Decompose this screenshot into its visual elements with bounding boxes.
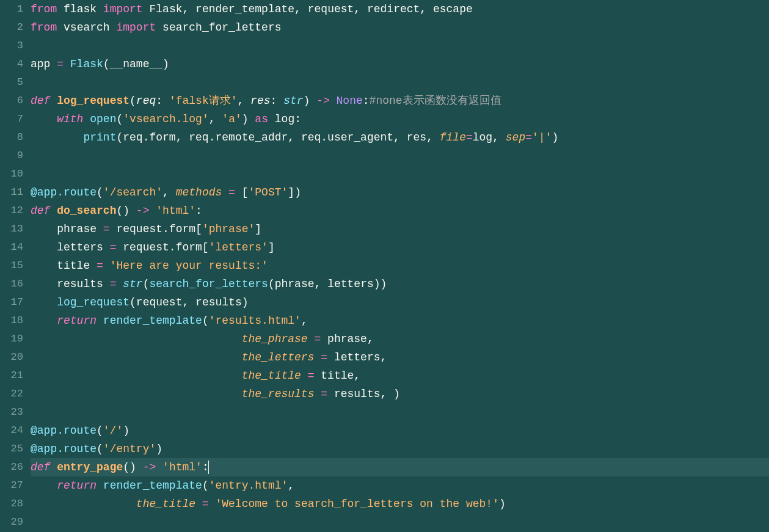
function-call: log_request <box>57 296 129 308</box>
import-name: search_for_letters <box>162 21 281 34</box>
code-line[interactable]: the_phrase = phrase, <box>31 330 769 348</box>
line-number: 22 <box>5 385 23 403</box>
decorator: @app.route <box>31 186 97 199</box>
code-line[interactable] <box>31 165 769 183</box>
code-line[interactable]: the_letters = letters, <box>31 348 769 366</box>
dict-key: 'letters' <box>209 241 268 253</box>
builtin-print: print <box>83 131 116 144</box>
none-type: None <box>337 95 363 107</box>
code-line[interactable]: log_request(request, results) <box>31 293 769 312</box>
operator-assign: = <box>50 58 70 70</box>
line-number: 29 <box>5 513 23 531</box>
code-line[interactable]: the_title = 'Welcome to search_for_lette… <box>31 495 769 513</box>
keyword-from: from <box>31 3 57 15</box>
variable: phrase <box>57 223 97 235</box>
code-line[interactable] <box>31 147 769 165</box>
module-name <box>57 3 64 15</box>
variable: log <box>275 113 294 125</box>
line-number: 9 <box>5 147 23 165</box>
code-line[interactable]: print(req.form, req.remote_addr, req.use… <box>31 128 769 147</box>
variable: results <box>57 278 103 290</box>
keyword-from: from <box>31 21 57 34</box>
type-annotation: str <box>283 95 303 107</box>
comment: #none表示函数没有返回值 <box>370 95 501 107</box>
string-literal: 'Welcome to search_for_letters on the we… <box>215 498 498 510</box>
code-line[interactable]: the_results = results, ) <box>31 385 769 403</box>
type-annotation: 'falsk请求' <box>169 95 238 107</box>
code-line[interactable] <box>31 403 769 421</box>
line-number: 27 <box>5 476 23 495</box>
kwarg-value: title <box>321 370 354 382</box>
line-number: 26 <box>5 458 23 476</box>
line-number: 11 <box>5 183 23 202</box>
keyword-def: def <box>31 95 50 107</box>
line-number: 28 <box>5 495 23 513</box>
code-line[interactable]: phrase = request.form['phrase'] <box>31 220 769 238</box>
kwarg-name: the_letters <box>242 351 315 363</box>
function-name: log_request <box>57 95 129 107</box>
function-name: do_search <box>57 205 116 217</box>
variable: letters <box>57 241 103 253</box>
line-number: 10 <box>5 165 23 183</box>
code-line[interactable]: return render_template('results.html', <box>31 312 769 330</box>
code-line[interactable]: title = 'Here are your results:' <box>31 257 769 275</box>
code-line[interactable]: letters = request.form['letters'] <box>31 238 769 257</box>
code-line[interactable]: with open('vsearch.log', 'a') as log: <box>31 110 769 128</box>
string-literal: '|' <box>532 131 552 144</box>
decorator: @app.route <box>31 443 97 455</box>
code-line[interactable]: return render_template('entry.html', <box>31 476 769 495</box>
keyword-return: return <box>57 479 97 492</box>
http-method: 'POST' <box>249 186 288 199</box>
dict-key: 'phrase' <box>202 223 255 235</box>
line-number: 5 <box>5 73 23 92</box>
dunder-name: __name__ <box>110 58 162 70</box>
kwarg-name: sep <box>506 131 525 144</box>
code-line[interactable] <box>31 73 769 92</box>
code-line[interactable]: app = Flask(__name__) <box>31 55 769 73</box>
arrow: -> <box>136 461 162 473</box>
expression: request.form[ <box>116 223 202 235</box>
kwarg-name: the_title <box>242 370 301 382</box>
code-line[interactable]: @app.route('/entry') <box>31 440 769 458</box>
code-line[interactable]: from vsearch import search_for_letters <box>31 18 769 37</box>
code-content[interactable]: from flask import Flask, render_template… <box>31 0 769 532</box>
line-number: 1 <box>5 0 23 18</box>
kwarg-value: log <box>473 131 492 144</box>
route-path: '/' <box>103 425 123 437</box>
function-name: entry_page <box>57 461 123 473</box>
code-line[interactable] <box>31 37 769 55</box>
keyword-with: with <box>57 113 83 125</box>
code-editor[interactable]: 1 2 3 4 5 6 7 8 9 10 11 12 13 14 15 16 1… <box>0 0 769 532</box>
template-name: 'results.html' <box>209 315 301 327</box>
line-number: 25 <box>5 440 23 458</box>
code-line[interactable]: @app.route('/') <box>31 421 769 440</box>
keyword-import: import <box>103 3 143 15</box>
text-cursor <box>208 461 209 474</box>
line-number: 7 <box>5 110 23 128</box>
code-line[interactable]: results = str(search_for_letters(phrase,… <box>31 275 769 293</box>
line-number: 17 <box>5 293 23 312</box>
import-names: Flask, render_template, request, redirec… <box>149 3 472 15</box>
module-name: flask <box>64 3 97 15</box>
code-line[interactable]: def do_search() -> 'html': <box>31 202 769 220</box>
code-line[interactable]: the_title = title, <box>31 366 769 385</box>
keyword-as: as <box>255 113 268 125</box>
decorator: @app.route <box>31 425 97 437</box>
line-number: 6 <box>5 92 23 110</box>
code-line[interactable]: from flask import Flask, render_template… <box>31 0 769 18</box>
line-number: 14 <box>5 238 23 257</box>
kwarg-name: the_results <box>242 388 315 400</box>
code-line-active[interactable]: def entry_page() -> 'html': <box>31 458 769 476</box>
keyword-def: def <box>31 205 50 217</box>
kwarg-value: letters <box>334 351 381 363</box>
parameter: res <box>250 95 270 107</box>
string-literal: 'vsearch.log' <box>123 113 208 125</box>
keyword-import: import <box>116 21 156 34</box>
template-name: 'entry.html' <box>209 479 288 492</box>
code-line[interactable] <box>31 513 769 531</box>
line-number: 2 <box>5 18 23 37</box>
code-line[interactable]: def log_request(req: 'falsk请求', res: str… <box>31 92 769 110</box>
kwarg-value: results <box>334 388 381 400</box>
code-line[interactable]: @app.route('/search', methods = ['POST']… <box>31 183 769 202</box>
builtin-open: open <box>90 113 116 125</box>
